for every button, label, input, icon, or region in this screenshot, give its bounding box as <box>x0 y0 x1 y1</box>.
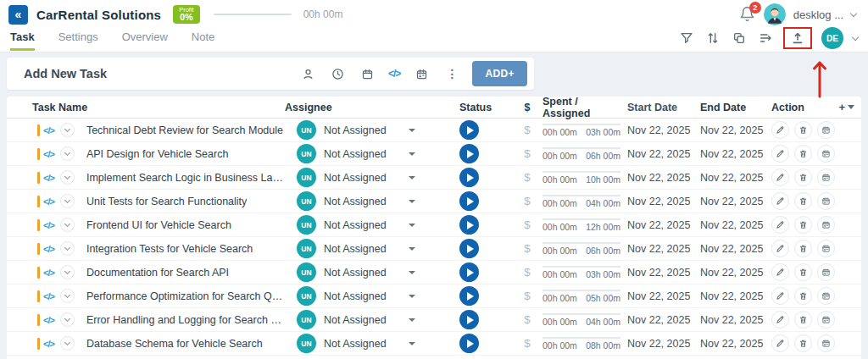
filter-button[interactable] <box>678 30 695 47</box>
edit-task-button[interactable] <box>771 311 789 329</box>
schedule-task-button[interactable] <box>817 311 835 329</box>
assignee-dropdown-icon[interactable] <box>409 176 415 180</box>
end-date[interactable]: Nov 22, 2025 <box>700 172 771 184</box>
end-date[interactable]: Nov 22, 2025 <box>700 267 771 279</box>
assignee-name[interactable]: Not Assigned <box>324 196 387 207</box>
column-header-start-date[interactable]: Start Date <box>627 102 700 113</box>
delete-task-button[interactable] <box>794 145 812 163</box>
assignee-dropdown-icon[interactable] <box>409 224 415 227</box>
member-avatar[interactable]: DE <box>821 27 843 49</box>
start-timer-button[interactable] <box>459 120 479 140</box>
expand-task-button[interactable] <box>60 123 75 137</box>
start-timer-button[interactable] <box>459 334 479 353</box>
start-date[interactable]: Nov 22, 2025 <box>627 290 700 302</box>
column-header-status[interactable]: Status <box>446 102 512 113</box>
tab-settings[interactable]: Settings <box>58 30 98 51</box>
edit-task-button[interactable] <box>771 145 789 163</box>
tab-overview[interactable]: Overview <box>122 30 168 51</box>
add-task-input[interactable] <box>24 67 299 80</box>
edit-task-button[interactable] <box>771 334 789 352</box>
start-timer-button[interactable] <box>459 286 479 306</box>
sort-button[interactable] <box>704 30 721 47</box>
billing-icon[interactable]: $ <box>524 147 531 160</box>
schedule-task-button[interactable] <box>817 121 835 139</box>
end-date[interactable]: Nov 22, 2025 <box>700 290 771 302</box>
user-menu-chevron-icon[interactable] <box>850 9 857 16</box>
schedule-task-button[interactable] <box>817 168 835 186</box>
upload-tasks-button[interactable] <box>789 30 806 47</box>
start-timer-button[interactable] <box>459 215 479 235</box>
column-header-task-name[interactable]: Task Name <box>7 102 285 113</box>
edit-task-button[interactable] <box>771 168 789 186</box>
start-date[interactable]: Nov 22, 2025 <box>627 338 700 350</box>
start-timer-button[interactable] <box>459 168 479 187</box>
billing-icon[interactable]: $ <box>524 218 531 231</box>
start-date[interactable]: Nov 22, 2025 <box>627 148 700 160</box>
start-date[interactable]: Nov 22, 2025 <box>627 196 700 207</box>
delete-task-button[interactable] <box>794 334 812 352</box>
edit-task-button[interactable] <box>771 121 789 139</box>
column-header-assignee[interactable]: Assignee <box>285 102 446 113</box>
member-dropdown-chevron-icon[interactable] <box>852 33 859 40</box>
billing-icon[interactable]: $ <box>524 171 531 184</box>
delete-task-button[interactable] <box>794 263 812 281</box>
schedule-task-button[interactable] <box>817 334 835 352</box>
schedule-task-button[interactable] <box>817 192 835 210</box>
assignee-dropdown-icon[interactable] <box>409 152 415 156</box>
billing-icon[interactable]: $ <box>524 242 531 255</box>
billing-icon[interactable]: $ <box>524 290 531 302</box>
assignee-dropdown-icon[interactable] <box>409 129 415 132</box>
column-header-billing[interactable]: $ <box>512 102 542 113</box>
task-name[interactable]: Database Schema for Vehicle Search <box>86 338 263 350</box>
expand-task-button[interactable] <box>60 289 75 303</box>
end-date[interactable]: Nov 22, 2025 <box>700 219 771 231</box>
collapse-sidebar-button[interactable]: « <box>8 5 28 25</box>
expand-task-button[interactable] <box>60 146 75 161</box>
expand-task-button[interactable] <box>60 265 75 279</box>
assignee-name[interactable]: Not Assigned <box>324 338 387 350</box>
billing-icon[interactable]: $ <box>524 124 531 136</box>
more-options-button[interactable]: ⋮ <box>446 67 458 80</box>
expand-task-button[interactable] <box>60 170 75 185</box>
duplicate-button[interactable] <box>731 30 748 47</box>
start-date[interactable]: Nov 22, 2025 <box>627 243 700 255</box>
edit-task-button[interactable] <box>771 240 789 257</box>
delete-task-button[interactable] <box>794 240 812 257</box>
tab-task[interactable]: Task <box>10 30 35 51</box>
list-move-button[interactable] <box>757 30 774 47</box>
schedule-task-button[interactable] <box>817 216 835 234</box>
assignee-dropdown-icon[interactable] <box>409 318 415 322</box>
assignee-name[interactable]: Not Assigned <box>324 219 387 231</box>
assignee-name[interactable]: Not Assigned <box>324 314 387 326</box>
schedule-task-button[interactable] <box>817 240 835 257</box>
start-date[interactable]: Nov 22, 2025 <box>627 124 700 136</box>
billing-icon[interactable]: $ <box>524 266 531 279</box>
column-header-spent-assigned[interactable]: Spent / Assigned <box>542 97 627 119</box>
start-timer-button[interactable] <box>459 310 479 329</box>
assignee-dropdown-icon[interactable] <box>409 200 415 203</box>
assignee-name[interactable]: Not Assigned <box>324 124 387 136</box>
assignee-picker-button[interactable] <box>299 65 316 82</box>
start-timer-button[interactable] <box>459 191 479 211</box>
delete-task-button[interactable] <box>794 311 812 329</box>
schedule-task-button[interactable] <box>817 287 835 305</box>
task-name[interactable]: Documentation for Search API <box>86 267 229 279</box>
end-date[interactable]: Nov 22, 2025 <box>700 124 771 136</box>
expand-task-button[interactable] <box>60 312 75 327</box>
billing-icon[interactable]: $ <box>524 313 531 326</box>
delete-task-button[interactable] <box>794 192 812 210</box>
assignee-name[interactable]: Not Assigned <box>324 290 387 302</box>
task-name[interactable]: Integration Tests for Vehicle Search <box>86 243 253 255</box>
schedule-button[interactable] <box>413 65 430 82</box>
start-timer-button[interactable] <box>459 239 479 258</box>
edit-task-button[interactable] <box>771 216 789 234</box>
expand-task-button[interactable] <box>60 194 75 208</box>
add-column-button[interactable]: + <box>838 101 854 113</box>
start-timer-button[interactable] <box>459 262 479 282</box>
delete-task-button[interactable] <box>794 287 812 305</box>
end-date[interactable]: Nov 22, 2025 <box>700 338 771 350</box>
start-date[interactable]: Nov 22, 2025 <box>627 219 700 231</box>
assignee-name[interactable]: Not Assigned <box>324 148 387 160</box>
expand-task-button[interactable] <box>60 336 75 351</box>
edit-task-button[interactable] <box>771 192 789 210</box>
